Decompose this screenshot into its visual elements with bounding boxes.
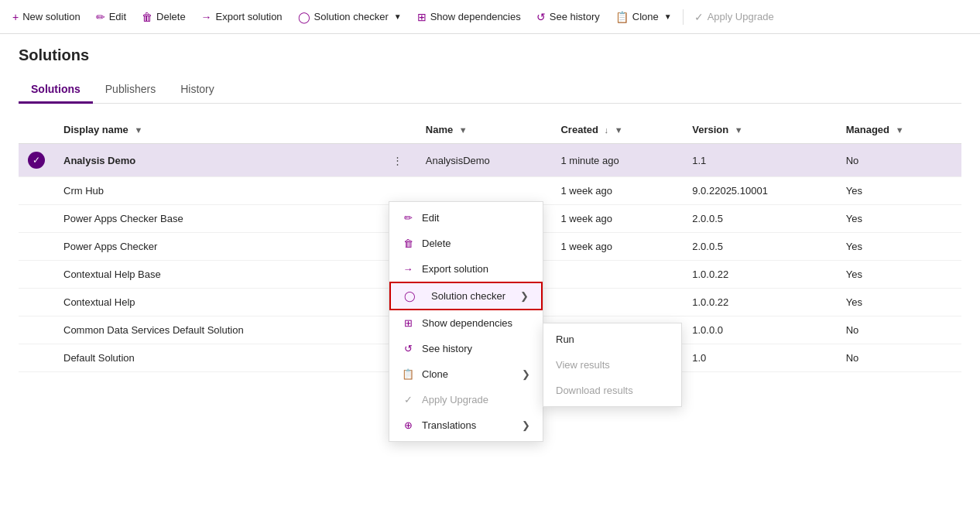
- name-cell: AnalysisDemo: [416, 144, 552, 177]
- version-cell: 1.0.0.0: [683, 316, 836, 344]
- version-cell: 1.0: [683, 344, 836, 372]
- row-select-cell[interactable]: [19, 344, 54, 372]
- export-solution-button[interactable]: → Export solution: [195, 8, 289, 26]
- row-actions-cell[interactable]: ⋮: [379, 144, 416, 177]
- display-name-cell: Default Solution: [54, 344, 379, 372]
- created-cell: [551, 289, 683, 316]
- managed-cell: Yes: [837, 261, 961, 289]
- see-history-button[interactable]: ↺ See history: [530, 8, 606, 26]
- sort-asc-icon: ↓: [605, 125, 609, 135]
- sort-icon: ▼: [615, 125, 623, 135]
- table-header-row: Display name ▼ Name ▼ Created ↓ ▼ Versio…: [19, 116, 961, 144]
- edit-icon: ✏: [402, 212, 414, 224]
- three-dot-menu-icon[interactable]: ⋮: [388, 153, 407, 168]
- delete-icon: 🗑: [402, 238, 414, 249]
- managed-cell: Yes: [837, 177, 961, 205]
- row-select-cell[interactable]: [19, 205, 54, 233]
- export-icon: →: [201, 11, 212, 23]
- submenu-download-results[interactable]: Download results: [543, 378, 681, 385]
- delete-button[interactable]: 🗑 Delete: [135, 8, 192, 26]
- solution-checker-submenu: Run View results Download results: [543, 323, 682, 385]
- menu-item-delete[interactable]: 🗑 Delete: [389, 231, 543, 256]
- checkmark-icon: ✓: [694, 11, 704, 23]
- version-cell: 9.0.22025.10001: [683, 177, 836, 205]
- context-menu-wrapper: ✏ Edit 🗑 Delete → Export solution ◯ Solu…: [389, 201, 543, 385]
- menu-item-solution-checker[interactable]: ◯ Solution checker ❯: [389, 282, 543, 310]
- solution-checker-icon: ◯: [298, 11, 310, 23]
- col-display-name[interactable]: Display name ▼: [54, 116, 379, 144]
- tab-publishers[interactable]: Publishers: [93, 77, 168, 104]
- new-solution-button[interactable]: + New solution: [6, 8, 87, 26]
- chevron-down-icon: ▼: [394, 12, 402, 21]
- display-name-cell: Crm Hub: [54, 177, 379, 205]
- row-select-cell[interactable]: [19, 316, 54, 344]
- menu-item-clone[interactable]: 📋 Clone ❯: [389, 361, 543, 385]
- display-name-cell: Contextual Help: [54, 289, 379, 316]
- show-dependencies-button[interactable]: ⊞ Show dependencies: [411, 8, 527, 26]
- selected-checkmark-icon: ✓: [28, 152, 45, 169]
- solution-checker-icon: ◯: [403, 290, 416, 302]
- sort-icon: ▼: [896, 125, 904, 135]
- managed-cell: Yes: [837, 205, 961, 233]
- created-cell: 1 week ago: [551, 205, 683, 233]
- export-icon: →: [402, 263, 414, 275]
- created-cell: 1 week ago: [551, 233, 683, 261]
- display-name-cell: Power Apps Checker Base: [54, 205, 379, 233]
- sort-icon: ▼: [134, 125, 142, 135]
- context-menu: ✏ Edit 🗑 Delete → Export solution ◯ Solu…: [389, 201, 543, 385]
- managed-cell: No: [837, 344, 961, 372]
- tab-history[interactable]: History: [168, 77, 227, 104]
- toolbar-separator: [683, 9, 684, 25]
- apply-upgrade-button[interactable]: ✓ Apply Upgrade: [688, 8, 780, 26]
- page-title: Solutions: [19, 46, 961, 64]
- menu-item-show-dependencies[interactable]: ⊞ Show dependencies: [389, 310, 543, 336]
- col-name[interactable]: Name ▼: [416, 116, 552, 144]
- row-select-cell[interactable]: ✓: [19, 144, 54, 177]
- display-name-cell: Analysis Demo: [54, 144, 379, 177]
- tab-bar: Solutions Publishers History: [19, 77, 961, 104]
- sort-icon: ▼: [735, 125, 743, 135]
- col-version[interactable]: Version ▼: [683, 116, 836, 144]
- row-select-cell[interactable]: [19, 233, 54, 261]
- submenu-run[interactable]: Run: [543, 327, 681, 352]
- managed-cell: No: [837, 144, 961, 177]
- col-managed[interactable]: Managed ▼: [837, 116, 961, 144]
- chevron-down-icon: ▼: [664, 12, 672, 21]
- menu-item-see-history[interactable]: ↺ See history: [389, 336, 543, 361]
- submenu-view-results[interactable]: View results: [543, 352, 681, 378]
- version-cell: 2.0.0.5: [683, 233, 836, 261]
- version-cell: 1.0.0.22: [683, 261, 836, 289]
- col-created[interactable]: Created ↓ ▼: [551, 116, 683, 144]
- version-cell: 1.0.0.22: [683, 289, 836, 316]
- version-cell: 2.0.0.5: [683, 205, 836, 233]
- tab-solutions[interactable]: Solutions: [19, 77, 93, 104]
- row-select-cell[interactable]: [19, 261, 54, 289]
- menu-item-export[interactable]: → Export solution: [389, 256, 543, 282]
- display-name-cell: Common Data Services Default Solution: [54, 316, 379, 344]
- row-select-cell[interactable]: [19, 177, 54, 205]
- managed-cell: Yes: [837, 289, 961, 316]
- table-row[interactable]: ✓Analysis Demo⋮AnalysisDemo1 minute ago1…: [19, 144, 961, 177]
- col-check: [19, 116, 54, 144]
- submenu-arrow-icon: ❯: [520, 290, 529, 302]
- clone-button[interactable]: 📋 Clone ▼: [609, 8, 678, 26]
- history-icon: ↺: [536, 11, 546, 23]
- created-cell: 1 minute ago: [551, 144, 683, 177]
- menu-item-edit[interactable]: ✏ Edit: [389, 205, 543, 231]
- dependencies-icon: ⊞: [417, 11, 427, 23]
- created-cell: 1 week ago: [551, 177, 683, 205]
- delete-icon: 🗑: [142, 11, 152, 23]
- clone-icon: 📋: [402, 368, 414, 380]
- solution-checker-button[interactable]: ◯ Solution checker ▼: [292, 8, 408, 26]
- edit-button[interactable]: ✏ Edit: [90, 8, 132, 26]
- edit-icon: ✏: [96, 11, 105, 23]
- managed-cell: Yes: [837, 233, 961, 261]
- dependencies-icon: ⊞: [402, 317, 414, 329]
- history-icon: ↺: [402, 343, 414, 354]
- toolbar: + New solution ✏ Edit 🗑 Delete → Export …: [0, 0, 980, 34]
- plus-icon: +: [12, 11, 19, 23]
- row-select-cell[interactable]: [19, 289, 54, 316]
- col-actions: [379, 116, 416, 144]
- clone-icon: 📋: [615, 11, 629, 23]
- submenu-arrow-icon: ❯: [522, 368, 530, 380]
